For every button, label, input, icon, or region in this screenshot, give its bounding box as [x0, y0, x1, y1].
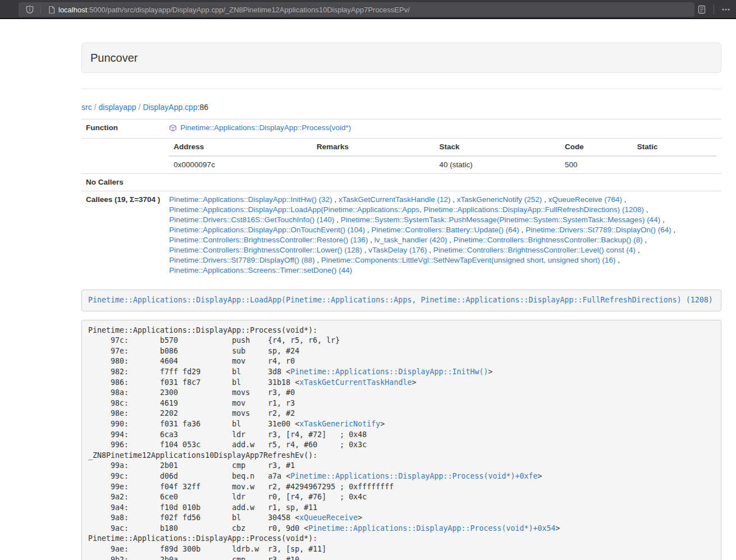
menu-icon[interactable]	[719, 3, 733, 16]
callee-link[interactable]: Pinetime::Applications::DisplayApp::Load…	[169, 205, 644, 214]
page-container: Puncover src/displayapp/DisplayApp.cpp:8…	[81, 43, 721, 560]
code-listing-lines: Pinetime::Applications::DisplayApp::Proc…	[88, 325, 715, 560]
metrics-header-row: Address Remarks Stack Code Static	[169, 139, 717, 156]
callee-link[interactable]: Pinetime::Controllers::Battery::Update()…	[372, 226, 519, 234]
browser-toolbar: localhost:5000/path/src/displayapp/Displ…	[0, 0, 736, 19]
breadcrumb-link-displayapp[interactable]: displayapp	[99, 103, 136, 112]
callee-link[interactable]: Pinetime::Applications::Screens::Timer::…	[169, 266, 352, 274]
function-link[interactable]: Pinetime::Applications::DisplayApp::Proc…	[180, 123, 351, 133]
toolbar-divider	[714, 4, 714, 15]
callee-separator: ,	[362, 246, 368, 254]
code-line: 982: f7ff fd29 bl 3d8 <Pinetime::Applica…	[88, 367, 715, 378]
breadcrumb-separator: /	[94, 103, 97, 112]
code-symbol-link[interactable]: xQueueReceive	[299, 513, 358, 522]
callee-link[interactable]: xTaskGetCurrentTaskHandle (12)	[339, 195, 451, 204]
metrics-table: Address Remarks Stack Code Static 0x0000…	[169, 139, 717, 173]
metrics-row-label	[81, 139, 164, 174]
callee-link[interactable]: Pinetime::Drivers::St7789::DisplayOff() …	[169, 256, 314, 264]
callee-separator: ,	[451, 195, 457, 204]
callee-separator: ,	[671, 226, 676, 234]
callee-separator: ,	[660, 215, 665, 224]
column-header-stack: Stack	[435, 139, 560, 156]
function-row: Function Pinetime::Applications::Display…	[81, 120, 721, 139]
stack-value: 40 (static)	[435, 156, 560, 173]
code-line: 990: f031 fa36 bl 31e00 <xTaskGenericNot…	[88, 419, 715, 430]
callee-separator: ,	[519, 226, 525, 234]
code-line: 994: 6ca3 ldr r3, [r4, #72] ; 0x48	[88, 430, 715, 440]
callee-link[interactable]: Pinetime::Drivers::St7789::DisplayOn() (…	[525, 226, 671, 234]
callee-separator: ,	[644, 205, 648, 214]
breadcrumb-separator: /	[139, 103, 141, 112]
callee-link[interactable]: Pinetime::System::SystemTask::PushMessag…	[341, 215, 660, 224]
no-callers-label: No Callers	[81, 174, 164, 191]
callees-list: Pinetime::Applications::DisplayApp::Init…	[164, 191, 721, 279]
column-header-remarks: Remarks	[312, 139, 435, 156]
metrics-value-row: 0x0000097c 40 (static) 500	[169, 156, 717, 173]
code-symbol-link[interactable]: Pinetime::Applications::DisplayApp::Proc…	[290, 472, 537, 480]
breadcrumb: src/displayapp/DisplayApp.cpp:86	[81, 102, 721, 113]
code-symbol-link[interactable]: xTaskGenericNotify	[299, 420, 380, 428]
callee-separator: ,	[447, 236, 454, 244]
callee-link[interactable]: Pinetime::Controllers::BrightnessControl…	[169, 236, 368, 244]
callee-link[interactable]: Pinetime::Applications::DisplayApp::OnTo…	[169, 226, 365, 234]
callee-link[interactable]: lv_task_handler (420)	[374, 236, 447, 244]
function-label: Function	[81, 120, 164, 139]
code-line: 980: 4604 mov r4, r0	[88, 356, 715, 367]
callee-link[interactable]: Pinetime::Controllers::BrightnessControl…	[169, 246, 362, 254]
callee-link[interactable]: Pinetime::Applications::DisplayApp::Init…	[169, 195, 332, 204]
code-line: 99e: f04f 32ff mov.w r2, #4294967295 ; 0…	[88, 482, 715, 493]
column-header-code: Code	[560, 139, 633, 156]
code-line: 9a4: f10d 010b add.w r1, sp, #11	[88, 503, 715, 513]
callee-separator: ,	[365, 226, 371, 234]
page-title: Puncover	[90, 52, 712, 64]
callee-link[interactable]: xQueueReceive (764)	[548, 195, 622, 204]
code-symbol-link[interactable]: Pinetime::Applications::DisplayApp::Proc…	[308, 524, 555, 533]
callee-separator: ,	[615, 256, 620, 264]
code-symbol-link[interactable]: xTaskGetCurrentTaskHandle	[299, 378, 412, 387]
breadcrumb-link-src[interactable]: src	[81, 103, 92, 112]
page-icon[interactable]	[45, 3, 58, 16]
code-line: 9ae: f89d 300b ldrb.w r3, [sp, #11]	[88, 544, 715, 555]
remarks-value	[312, 156, 435, 173]
loadapp-link[interactable]: Pinetime::Applications::DisplayApp::Load…	[88, 296, 713, 304]
code-line: 986: f031 f8c7 bl 31b18 <xTaskGetCurrent…	[88, 378, 715, 388]
callee-separator: ,	[368, 236, 374, 244]
code-line: _ZN8Pinetime12Applications10DisplayApp7R…	[88, 451, 715, 461]
code-line: Pinetime::Applications::DisplayApp::Proc…	[88, 325, 715, 336]
code-line: 9b2: 2b0a cmp r3, #10	[88, 555, 715, 560]
no-callers-row: No Callers	[81, 174, 721, 191]
callee-link[interactable]: Pinetime::Controllers::BrightnessControl…	[454, 236, 643, 244]
callee-separator: ,	[334, 215, 340, 224]
callee-link[interactable]: Pinetime::Components::LittleVgl::SetNewT…	[321, 256, 616, 264]
metrics-row: Address Remarks Stack Code Static 0x0000…	[81, 139, 721, 174]
code-line: 97e: b086 sub sp, #24	[88, 346, 715, 357]
divider	[81, 89, 721, 89]
callees-label: Callees (19, Σ=3704 )	[81, 191, 164, 279]
breadcrumb-link-file[interactable]: DisplayApp.cpp	[143, 103, 197, 112]
callee-separator: ,	[636, 246, 640, 254]
code-symbol-link[interactable]: Pinetime::Applications::DisplayApp::Init…	[290, 368, 488, 376]
callee-separator: ,	[332, 195, 339, 204]
callee-separator: ,	[622, 195, 627, 204]
code-line: 9ac: b180 cbz r0, 9d0 <Pinetime::Applica…	[88, 524, 715, 534]
callee-link[interactable]: xTaskGenericNotify (252)	[457, 195, 542, 204]
callee-link[interactable]: vTaskDelay (176)	[368, 246, 427, 254]
static-value	[633, 156, 717, 173]
package-icon	[169, 124, 177, 132]
function-table: Function Pinetime::Applications::Display…	[81, 119, 721, 279]
url-path: :5000/path/src/displayapp/DisplayApp.cpp…	[87, 6, 410, 14]
code-line: 98e: 2202 movs r2, #2	[88, 408, 715, 419]
code-line: 98c: 4619 mov r1, r3	[88, 398, 715, 409]
reader-view-icon[interactable]	[695, 3, 708, 16]
callee-link[interactable]: Pinetime::Controllers::BrightnessControl…	[433, 246, 636, 254]
code-line: 9a2: 6ce0 ldr r0, [r4, #76] ; 0x4c	[88, 492, 715, 503]
url-bar[interactable]: localhost:5000/path/src/displayapp/Displ…	[19, 2, 694, 17]
url-text: localhost:5000/path/src/displayapp/Displ…	[58, 6, 410, 14]
code-line: 97c: b570 push {r4, r5, r6, lr}	[88, 336, 715, 346]
column-header-static: Static	[633, 139, 717, 156]
callee-link[interactable]: Pinetime::Drivers::Cst816S::GetTouchInfo…	[169, 215, 334, 224]
highlighted-symbol-box: Pinetime::Applications::DisplayApp::Load…	[81, 290, 721, 311]
shield-icon[interactable]	[23, 3, 36, 16]
code-value: 500	[560, 156, 633, 173]
code-line: 996: f104 053c add.w r5, r4, #60 ; 0x3c	[88, 440, 715, 451]
